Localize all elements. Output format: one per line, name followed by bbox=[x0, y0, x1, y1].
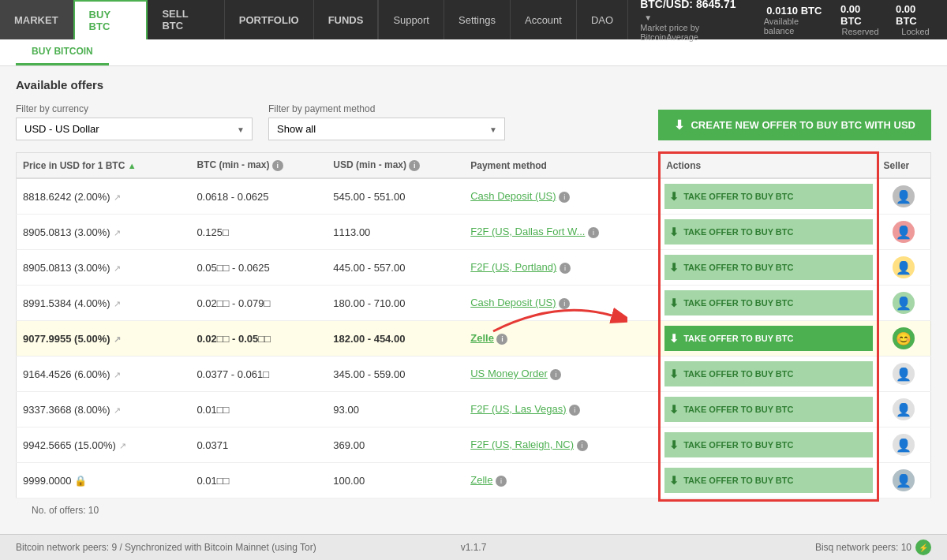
create-offer-button[interactable]: ⬇ CREATE NEW OFFER TO BUY BTC WITH USD bbox=[658, 110, 931, 140]
payment-link[interactable]: F2F (US, Dallas Fort W... bbox=[470, 226, 585, 237]
take-offer-button[interactable]: ⬇TAKE OFFER TO BUY BTC bbox=[664, 184, 872, 209]
bisq-peers-label: Bisq network peers: 10 bbox=[815, 542, 911, 553]
td-seller: 😊 bbox=[878, 321, 931, 357]
price-chevron[interactable]: ▼ bbox=[644, 13, 652, 22]
payment-link[interactable]: F2F (US, Portland) bbox=[470, 261, 556, 273]
nav-dao[interactable]: DAO bbox=[576, 0, 627, 39]
nav-support[interactable]: Support bbox=[378, 0, 444, 39]
currency-select-wrapper: USD - US Dollar bbox=[16, 118, 253, 140]
take-offer-button[interactable]: ⬇TAKE OFFER TO BUY BTC bbox=[664, 468, 872, 493]
table-row: 8991.5384 (4.00%)↗0.02□□ - 0.079□180.00 … bbox=[17, 286, 931, 321]
td-usd: 369.00 bbox=[327, 427, 464, 463]
take-offer-button[interactable]: ⬇TAKE OFFER TO BUY BTC bbox=[664, 255, 872, 280]
td-action: ⬇TAKE OFFER TO BUY BTC bbox=[660, 250, 878, 286]
take-offer-icon: ⬇ bbox=[669, 261, 679, 274]
payment-link[interactable]: F2F (US, Raleigh, NC) bbox=[470, 439, 574, 450]
avatar: 👤 bbox=[893, 256, 915, 278]
nav-market[interactable]: MARKET bbox=[0, 0, 73, 39]
take-offer-button[interactable]: ⬇TAKE OFFER TO BUY BTC bbox=[664, 326, 872, 351]
offers-count: No. of offers: 10 bbox=[16, 498, 931, 522]
payment-info-icon[interactable]: i bbox=[559, 298, 570, 309]
price-value: 9077.9955 (5.00%) bbox=[23, 333, 110, 345]
take-offer-button[interactable]: ⬇TAKE OFFER TO BUY BTC bbox=[664, 432, 872, 457]
take-offer-icon: ⬇ bbox=[669, 403, 679, 416]
available-balance: 0.0110 BTC Available balance bbox=[764, 5, 825, 35]
download-icon: ⬇ bbox=[674, 118, 684, 133]
take-offer-button[interactable]: ⬇TAKE OFFER TO BUY BTC bbox=[664, 361, 872, 386]
table-row: 8818.6242 (2.00%)↗0.0618 - 0.0625545.00 … bbox=[17, 178, 931, 215]
td-action: ⬇TAKE OFFER TO BUY BTC bbox=[660, 286, 878, 321]
nav-sell-btc[interactable]: SELL BTC bbox=[148, 0, 224, 39]
th-price-label: Price in USD for 1 BTC bbox=[23, 160, 125, 171]
payment-info-icon[interactable]: i bbox=[588, 227, 599, 238]
locked-value: 0.00 BTC bbox=[896, 3, 935, 27]
payment-select[interactable]: Show all bbox=[268, 118, 505, 140]
td-price: 9999.0000 🔒 bbox=[17, 463, 191, 498]
payment-info-icon[interactable]: i bbox=[496, 334, 507, 345]
locked-label: Locked bbox=[901, 27, 929, 36]
price-source: Market price by BitcoinAverage bbox=[640, 23, 748, 42]
payment-link[interactable]: Cash Deposit (US) bbox=[470, 297, 556, 308]
nav-right-group: Support Settings Account DAO BTC/USD: 86… bbox=[378, 0, 947, 39]
currency-select[interactable]: USD - US Dollar bbox=[16, 118, 253, 140]
price-trend-icon: ↗ bbox=[114, 299, 121, 308]
price-trend-icon: ↗ bbox=[114, 405, 121, 415]
td-seller: 👤 bbox=[878, 357, 931, 392]
locked-balance: 0.00 BTC Locked bbox=[896, 3, 935, 36]
payment-info-icon[interactable]: i bbox=[577, 440, 588, 451]
nav-buy-btc[interactable]: BUY BTC bbox=[73, 0, 148, 39]
td-seller: 👤 bbox=[878, 250, 931, 286]
price-value: 8905.0813 (3.00%) bbox=[23, 262, 110, 274]
td-usd: 545.00 - 551.00 bbox=[327, 178, 464, 215]
payment-info-icon[interactable]: i bbox=[560, 263, 571, 274]
network-status: Bitcoin network peers: 9 / Synchronized … bbox=[16, 542, 316, 553]
payment-info-icon[interactable]: i bbox=[550, 369, 561, 380]
payment-select-wrapper: Show all bbox=[268, 118, 505, 140]
btc-price-label: BTC/USD: 8645.71 ▼ bbox=[640, 0, 748, 23]
nav-settings[interactable]: Settings bbox=[444, 0, 510, 39]
nav-account[interactable]: Account bbox=[510, 0, 576, 39]
payment-filter-group: Filter by payment method Show all bbox=[268, 103, 505, 140]
payment-link[interactable]: Zelle bbox=[470, 332, 494, 344]
breadcrumb: BUY BITCOIN bbox=[16, 39, 109, 65]
th-usd-label: USD (min - max) bbox=[333, 159, 406, 170]
nav-portfolio[interactable]: PORTFOLIO bbox=[225, 0, 314, 39]
payment-link[interactable]: Zelle bbox=[470, 474, 492, 486]
currency-filter-group: Filter by currency USD - US Dollar bbox=[16, 103, 253, 140]
btc-info-icon[interactable]: i bbox=[272, 160, 283, 171]
td-btc: 0.125□ bbox=[190, 215, 327, 250]
payment-info-icon[interactable]: i bbox=[559, 192, 570, 203]
take-offer-icon: ⬇ bbox=[669, 297, 679, 309]
avatar: 👤 bbox=[893, 469, 915, 491]
take-offer-label: TAKE OFFER TO BUY BTC bbox=[683, 227, 793, 237]
payment-info-icon[interactable]: i bbox=[496, 476, 507, 487]
td-btc: 0.01□□ bbox=[190, 392, 327, 427]
price-value: 8991.5384 (4.00%) bbox=[23, 297, 110, 309]
take-offer-button[interactable]: ⬇TAKE OFFER TO BUY BTC bbox=[664, 397, 872, 422]
payment-link[interactable]: US Money Order bbox=[470, 368, 548, 379]
table-header: Price in USD for 1 BTC ▲ BTC (min - max)… bbox=[17, 153, 931, 179]
sort-asc-icon[interactable]: ▲ bbox=[128, 161, 137, 170]
td-btc: 0.05□□ - 0.0625 bbox=[190, 250, 327, 286]
td-payment: Zelle i bbox=[464, 321, 659, 357]
offers-table: Price in USD for 1 BTC ▲ BTC (min - max)… bbox=[16, 152, 931, 498]
avatar: 👤 bbox=[893, 185, 915, 207]
currency-filter-label: Filter by currency bbox=[16, 103, 253, 114]
reserved-balance: 0.00 BTC Reserved bbox=[840, 3, 880, 36]
table-row: 9337.3668 (8.00%)↗0.01□□93.00F2F (US, La… bbox=[17, 392, 931, 427]
th-price: Price in USD for 1 BTC ▲ bbox=[17, 153, 191, 179]
take-offer-label: TAKE OFFER TO BUY BTC bbox=[683, 263, 793, 272]
price-block: BTC/USD: 8645.71 ▼ Market price by Bitco… bbox=[627, 0, 947, 39]
td-price: 8905.0813 (3.00%)↗ bbox=[17, 250, 191, 286]
nav-funds[interactable]: FUNDS bbox=[314, 0, 379, 39]
td-seller: 👤 bbox=[878, 463, 931, 498]
price-trend-icon: ↗ bbox=[114, 228, 121, 237]
payment-link[interactable]: F2F (US, Las Vegas) bbox=[470, 403, 566, 415]
take-offer-button[interactable]: ⬇TAKE OFFER TO BUY BTC bbox=[664, 290, 872, 315]
usd-info-icon[interactable]: i bbox=[409, 160, 420, 171]
th-btc: BTC (min - max) i bbox=[190, 153, 327, 179]
payment-info-icon[interactable]: i bbox=[569, 405, 580, 416]
take-offer-button[interactable]: ⬇TAKE OFFER TO BUY BTC bbox=[664, 219, 872, 245]
payment-link[interactable]: Cash Deposit (US) bbox=[470, 190, 556, 202]
avatar: 👤 bbox=[893, 363, 915, 385]
